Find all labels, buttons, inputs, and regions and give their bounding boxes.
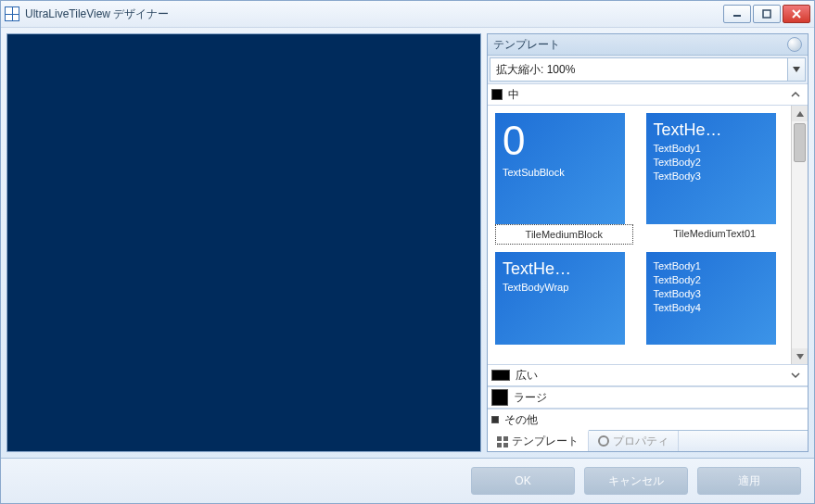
category-large-label: ラージ <box>514 390 547 406</box>
designer-window: UltraLiveTileView デザイナー テンプレート 拡大縮小: 100… <box>0 0 815 504</box>
scroll-track[interactable] <box>792 121 808 348</box>
window-title: UltraLiveTileView デザイナー <box>25 6 169 22</box>
category-other[interactable]: その他 <box>488 409 808 430</box>
side-tabs: テンプレート プロパティ <box>488 430 808 451</box>
category-wide-expand[interactable] <box>787 369 804 382</box>
tile-wrap-body: TextBodyWrap <box>503 281 618 295</box>
category-large-swatch <box>491 389 508 406</box>
tab-properties-label: プロパティ <box>613 434 669 449</box>
maximize-button[interactable] <box>753 5 781 23</box>
category-large[interactable]: ラージ <box>488 386 808 409</box>
ok-button[interactable]: OK <box>471 467 575 495</box>
tile-preview-four: TextBody1 TextBody2 TextBody3 TextBody4 <box>646 252 776 345</box>
chevron-down-icon <box>793 67 800 72</box>
tile-preview-wrap: TextHe… TextBodyWrap <box>495 252 625 345</box>
gear-icon <box>598 435 609 447</box>
category-wide-swatch <box>491 370 510 381</box>
chevron-down-icon <box>791 372 800 379</box>
svg-marker-4 <box>793 67 800 72</box>
window-controls <box>723 5 810 23</box>
tile-text01-body2: TextBody2 <box>654 156 769 170</box>
tile-block-label: TileMediumBlock <box>495 224 633 245</box>
category-medium-label: 中 <box>508 87 519 103</box>
tile-template-block[interactable]: 0 TextSubBlock TileMediumBlock <box>495 113 633 245</box>
category-medium-swatch <box>491 89 503 100</box>
tab-properties[interactable]: プロパティ <box>589 431 679 451</box>
tile-text01-label: TileMediumText01 <box>646 224 784 243</box>
minimize-icon <box>732 9 742 19</box>
gallery-scrollbar[interactable] <box>791 106 808 364</box>
side-panel-title: テンプレート <box>493 37 560 53</box>
scroll-up-button[interactable] <box>792 106 808 121</box>
scroll-thumb[interactable] <box>794 123 806 162</box>
category-wide-label: 広い <box>516 368 538 384</box>
dialog-footer: OK キャンセル 適用 <box>1 458 814 503</box>
side-panel: テンプレート 拡大縮小: 100% 中 <box>487 33 809 452</box>
chevron-up-icon <box>791 91 800 98</box>
tile-text01-body1: TextBody1 <box>654 142 769 156</box>
tile-four-body: TextBody1 TextBody2 TextBody3 TextBody4 <box>654 259 769 314</box>
zoom-label: 拡大縮小: 100% <box>490 62 787 78</box>
category-other-swatch <box>491 416 499 423</box>
tile-block-sub: TextSubBlock <box>503 167 618 178</box>
tile-text01-body3: TextBody3 <box>654 170 769 183</box>
tile-template-text01[interactable]: TextHe… TextBody1 TextBody2 TextBody3 Ti… <box>646 113 784 245</box>
tile-block-number: 0 <box>503 120 618 161</box>
app-icon <box>5 6 19 21</box>
side-panel-header: テンプレート <box>488 34 808 56</box>
maximize-icon <box>762 9 771 19</box>
tile-gallery: 0 TextSubBlock TileMediumBlock TextHe… T… <box>488 106 791 364</box>
tile-text01-heading: TextHe… <box>654 120 769 140</box>
zoom-dropdown-button[interactable] <box>787 58 805 81</box>
ok-button-label: OK <box>515 474 530 487</box>
design-canvas[interactable] <box>6 33 481 452</box>
titlebar: UltraLiveTileView デザイナー <box>1 1 814 28</box>
tab-templates-label: テンプレート <box>512 434 579 449</box>
apply-button[interactable]: 適用 <box>697 467 801 495</box>
chevron-up-icon <box>796 111 804 117</box>
zoom-selector[interactable]: 拡大縮小: 100% <box>490 57 806 82</box>
close-button[interactable] <box>783 5 810 23</box>
content-area: テンプレート 拡大縮小: 100% 中 <box>1 28 814 458</box>
category-medium-collapse[interactable] <box>787 88 804 101</box>
svg-rect-1 <box>763 10 770 18</box>
category-medium[interactable]: 中 <box>488 83 808 106</box>
tile-preview-block: 0 TextSubBlock <box>495 113 625 224</box>
category-other-label: その他 <box>504 412 538 428</box>
minimize-button[interactable] <box>723 5 751 23</box>
category-wide[interactable]: 広い <box>488 364 808 386</box>
chevron-down-icon <box>796 354 804 359</box>
tile-preview-text01: TextHe… TextBody1 TextBody2 TextBody3 <box>646 113 776 224</box>
tile-wrap-heading: TextHe… <box>503 259 618 279</box>
tile-four-body1: TextBody1 <box>654 259 769 273</box>
tile-four-body3: TextBody3 <box>654 287 769 301</box>
cancel-button-label: キャンセル <box>608 473 664 489</box>
cancel-button[interactable]: キャンセル <box>584 467 688 495</box>
templates-icon <box>497 436 508 447</box>
scroll-down-button[interactable] <box>792 348 808 364</box>
tab-templates[interactable]: テンプレート <box>488 430 589 451</box>
tile-four-body4: TextBody4 <box>654 301 769 315</box>
svg-marker-6 <box>796 354 804 359</box>
tile-text01-body: TextBody1 TextBody2 TextBody3 <box>654 142 769 183</box>
tile-template-four[interactable]: TextBody1 TextBody2 TextBody3 TextBody4 <box>646 252 784 345</box>
apply-button-label: 適用 <box>738 473 760 489</box>
panel-options-icon[interactable] <box>787 37 802 52</box>
tile-template-wrap[interactable]: TextHe… TextBodyWrap <box>495 252 633 345</box>
tile-gallery-container: 0 TextSubBlock TileMediumBlock TextHe… T… <box>488 106 808 364</box>
close-icon <box>792 9 801 19</box>
tile-four-body2: TextBody2 <box>654 273 769 287</box>
tile-wrap-body-text: TextBodyWrap <box>503 281 618 295</box>
svg-marker-5 <box>796 111 804 117</box>
